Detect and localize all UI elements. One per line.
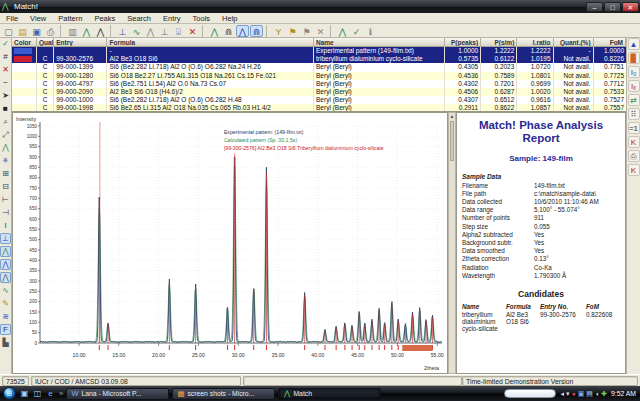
tray-security-icon[interactable]: ● — [571, 388, 575, 400]
column-header-quant-[interactable]: Quant.(%) — [554, 38, 594, 46]
leftstrip-stop-icon[interactable]: ■ — [0, 103, 11, 114]
menu-help[interactable]: Help — [216, 14, 243, 23]
leftstrip-axis-right-icon[interactable]: ⊣ — [0, 207, 11, 218]
toolbar-pattern-blue2-icon[interactable]: ⋒ — [250, 25, 263, 37]
tray-power-icon[interactable]: ✚ — [601, 388, 607, 400]
table-row[interactable]: C99-300-2576Al2 Be3 O18 Si6triberyllium … — [12, 55, 626, 63]
leftstrip-rank-icon[interactable]: # — [0, 51, 11, 62]
tray-network-icon[interactable]: ▤ — [586, 388, 593, 400]
column-header-entry[interactable]: Entry — [54, 38, 107, 46]
quick-launch-overflow-icon[interactable]: » — [59, 389, 63, 398]
column-header-fom[interactable]: FoM — [594, 38, 626, 46]
rightstrip-intensity0-icon[interactable]: I₀ — [628, 66, 640, 78]
leftstrip-smooth-view-icon[interactable]: ∿ — [0, 285, 11, 296]
menu-entry[interactable]: Entry — [157, 14, 187, 23]
toolbar-pattern-blue-icon[interactable]: ⋀ — [236, 25, 249, 37]
table-row[interactable]: C99-000-4797Si6 (Be2.751 Li.54) Al2 O.0 … — [12, 80, 626, 88]
diffraction-chart[interactable]: 0501001502002503003504004505005506006507… — [12, 112, 448, 374]
rightstrip-k2-red-icon[interactable]: K — [628, 164, 640, 176]
column-header-i-ratio[interactable]: I.ratio — [517, 38, 553, 46]
leftstrip-corner-icon[interactable]: ▙ — [0, 337, 11, 348]
rightstrip-swap-icon[interactable]: ⇄ — [628, 94, 640, 106]
leftstrip-exp-pattern-icon[interactable]: ⋀ — [0, 246, 11, 257]
toolbar-filter-y-icon[interactable]: Y — [272, 25, 285, 37]
toolbar-print-icon[interactable]: ⎙ — [44, 25, 57, 37]
rightstrip-equal1-icon[interactable]: =1 — [628, 122, 640, 134]
candidates-table[interactable]: ColorQual.EntryFormulaNameP(peaks)P(s/m)… — [12, 38, 626, 112]
toolbar-check-icon[interactable]: ✓ — [350, 25, 363, 37]
table-row[interactable]: C99-000-1399Si6 (Be2.282 Li.718) Al2 O (… — [12, 63, 626, 71]
start-button[interactable]: ⊞ — [3, 387, 16, 400]
column-header-name[interactable]: Name — [314, 38, 445, 46]
leftstrip-remove-icon[interactable]: − — [0, 77, 11, 88]
toolbar-profile-fit-icon[interactable]: ⋀ — [94, 25, 107, 37]
rightstrip-intensity1-icon[interactable]: Iₓ — [628, 80, 640, 92]
tray-search-box[interactable] — [504, 389, 556, 398]
quicklaunch-window-switcher-icon[interactable]: ◫ — [32, 388, 43, 399]
selection-band[interactable] — [402, 345, 432, 351]
leftstrip-axis-left-icon[interactable]: ⊢ — [0, 194, 11, 205]
column-header-formula[interactable]: Formula — [107, 38, 314, 46]
taskbar-button-lana-microsoft-p-[interactable]: WLana - Microsoft P... — [66, 388, 169, 400]
leftstrip-select-tool-icon[interactable]: ➤ — [0, 90, 11, 101]
menu-tools[interactable]: Tools — [187, 14, 217, 23]
tray-update-icon[interactable]: ▾ — [566, 388, 570, 400]
tray-volume-icon[interactable]: ◖ — [595, 388, 599, 400]
column-header-p-s-m-[interactable]: P(s/m) — [481, 38, 517, 46]
column-header-p-peaks-[interactable]: P(peaks) — [445, 38, 481, 46]
toolbar-delete-icon[interactable]: ✕ — [186, 25, 199, 37]
toolbar-flag2-icon[interactable]: ⚑ — [300, 25, 313, 37]
toolbar-new-file-icon[interactable]: ▢ — [2, 25, 15, 37]
vertical-scrollbar[interactable]: ▲ — [448, 112, 456, 374]
table-row[interactable]: C99-000-2090Al2 Be3 Si6 O18 (H4.6)/2Bery… — [12, 88, 626, 96]
scrollbar-thumb[interactable] — [450, 121, 454, 161]
taskbar-button-screen-shots-micro-[interactable]: ▦screen shots - Micro... — [172, 388, 275, 400]
table-row[interactable]: C99-000-1000Si6 (Be2.282 Li.718) Al2 O (… — [12, 96, 626, 104]
leftstrip-waves-icon[interactable]: ≋ — [0, 311, 11, 322]
rightstrip-k-red-icon[interactable]: K — [628, 136, 640, 148]
maximize-button[interactable]: □ — [604, 2, 621, 12]
menu-view[interactable]: View — [24, 14, 52, 23]
toolbar-clear-icon[interactable]: ✕ — [314, 25, 327, 37]
toolbar-peak-search-icon[interactable]: ⋀ — [80, 25, 93, 37]
toolbar-smooth-icon[interactable]: ⋀ — [144, 25, 157, 37]
table-row[interactable]: C99-000-1998Si6 Be2.65 Li.315 Al2 O18 Na… — [12, 104, 626, 112]
scroll-up-arrow-icon[interactable]: ▲ — [449, 113, 455, 120]
tray-display-icon[interactable]: ▣ — [578, 388, 585, 400]
leftstrip-grid-on-icon[interactable]: ⊞ — [0, 168, 11, 179]
close-button[interactable]: ✕ — [622, 2, 639, 12]
toolbar-open-folder-icon[interactable]: ▤ — [16, 25, 29, 37]
toolbar-import-data-icon[interactable]: ▥ — [66, 25, 79, 37]
leftstrip-star-icon[interactable]: ✳ — [0, 155, 11, 166]
rightstrip-dots-icon[interactable]: ⠿ — [628, 108, 640, 120]
rightstrip-book-icon[interactable]: ▉ — [628, 52, 640, 64]
column-header-color[interactable]: Color — [12, 38, 37, 46]
leftstrip-pan-tool-icon[interactable]: ⤢ — [0, 129, 11, 140]
leftstrip-accept-icon[interactable]: ✓ — [0, 38, 11, 49]
toolbar-pattern-outline-icon[interactable]: ⋒ — [222, 25, 235, 37]
toolbar-info-icon[interactable]: ℹ — [364, 25, 377, 37]
rightstrip-print-report-icon[interactable]: ⎙ — [628, 150, 640, 162]
toolbar-pattern-green-icon[interactable]: ⋀ — [208, 25, 221, 37]
menu-pattern[interactable]: Pattern — [52, 14, 88, 23]
taskbar-button-match[interactable]: ⋀Match — [278, 388, 381, 400]
toolbar-flag-icon[interactable]: ⚑ — [286, 25, 299, 37]
toolbar-alpha2-strip-icon[interactable]: ⊥ — [158, 25, 171, 37]
diffraction-pattern-plot[interactable]: 0501001502002503003504004505005506006507… — [13, 113, 447, 373]
leftstrip-fom-icon[interactable]: F — [0, 324, 11, 335]
menu-file[interactable]: File — [0, 14, 24, 23]
leftstrip-diff-pattern-icon[interactable]: ⋀ — [0, 272, 11, 283]
menu-search[interactable]: Search — [121, 14, 157, 23]
leftstrip-reject-icon[interactable]: ✕ — [0, 64, 11, 75]
quicklaunch-browser-icon[interactable]: e — [45, 388, 56, 399]
quicklaunch-show-desktop-icon[interactable]: ▣ — [19, 388, 30, 399]
leftstrip-grid-off-icon[interactable]: ⊟ — [0, 181, 11, 192]
toolbar-save-icon[interactable]: ▣ — [30, 25, 43, 37]
column-header-qual-[interactable]: Qual. — [37, 38, 54, 46]
rightstrip-scroll-up-icon[interactable]: ▲ — [628, 38, 640, 50]
toolbar-raw-data-icon[interactable]: ⊥ — [116, 25, 129, 37]
leftstrip-edit-icon[interactable]: ✎ — [0, 298, 11, 309]
leftstrip-cursor-line-icon[interactable]: Ι — [0, 220, 11, 231]
tray-language-icon[interactable]: ◂ — [560, 388, 564, 400]
leftstrip-baseline-icon[interactable]: ⊥ — [0, 233, 11, 244]
